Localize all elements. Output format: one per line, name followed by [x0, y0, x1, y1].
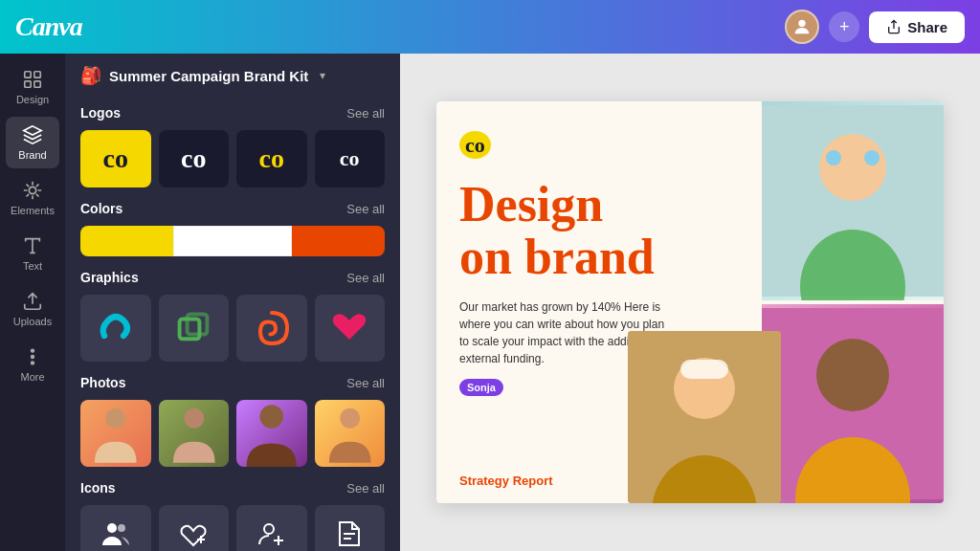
sidebar-item-more[interactable]: More [6, 339, 59, 390]
icons-section-header: Icons See all [80, 480, 385, 496]
color-orange[interactable] [292, 226, 385, 256]
headline-line1: Design [459, 177, 603, 231]
svg-point-0 [799, 20, 806, 27]
color-yellow[interactable] [80, 226, 173, 256]
photo-person-2 [159, 400, 230, 467]
photos-grid [80, 400, 385, 467]
logos-section-header: Logos See all [80, 105, 385, 121]
colors-bar[interactable] [80, 226, 385, 256]
cursor-label: Sonja [459, 379, 503, 396]
brand-panel: 🎒 Summer Campaign Brand Kit ▾ Logos See … [65, 54, 400, 551]
photos-title: Photos [80, 375, 125, 390]
icon-item-person[interactable] [80, 505, 151, 551]
sidebar-item-uploads[interactable]: Uploads [6, 283, 59, 335]
svg-point-25 [819, 134, 886, 201]
sidebar-item-brand[interactable]: Brand [6, 117, 59, 168]
logos-see-all[interactable]: See all [346, 106, 385, 121]
icon-item-people-add[interactable] [236, 505, 307, 551]
svg-point-7 [32, 356, 34, 359]
svg-rect-3 [25, 81, 31, 87]
logo-item-1[interactable]: co [80, 130, 151, 187]
card-logo: co [459, 124, 739, 160]
logos-grid: co co co co [80, 130, 385, 187]
text-icon [22, 235, 43, 256]
sidebar-item-more-label: More [20, 371, 44, 383]
logo-item-3[interactable]: co [236, 130, 307, 187]
avatar[interactable] [785, 10, 819, 44]
icon-item-file[interactable] [315, 505, 386, 551]
logos-title: Logos [80, 105, 121, 121]
graphics-section-header: Graphics See all [80, 270, 385, 285]
sidebar-item-uploads-label: Uploads [13, 316, 52, 327]
panel-header[interactable]: 🎒 Summer Campaign Brand Kit ▾ [80, 65, 385, 90]
photo-bottom-person [762, 304, 944, 503]
colors-section-header: Colors See all [80, 201, 385, 216]
card-photo-bottom [762, 304, 944, 503]
logo-text-4: co [340, 146, 360, 171]
sidebar-item-design-label: Design [16, 94, 49, 105]
layout-icon [22, 69, 43, 90]
photo-item-1[interactable] [80, 400, 151, 467]
svg-point-8 [32, 362, 34, 364]
design-card: co Design on brand Our market has grown … [436, 101, 944, 503]
sidebar-item-design[interactable]: Design [6, 61, 59, 113]
file-icon [334, 518, 365, 549]
sidebar-item-elements[interactable]: Elements [6, 172, 59, 224]
photo-person-4 [315, 400, 386, 467]
icons-see-all[interactable]: See all [346, 481, 385, 496]
photo-item-4[interactable] [315, 400, 386, 467]
photo-person-3 [236, 400, 307, 467]
logo-text-2: co [181, 143, 206, 174]
add-collaborator-button[interactable]: + [829, 11, 859, 42]
colors-title: Colors [80, 201, 122, 216]
svg-rect-1 [25, 72, 31, 77]
spiral-graphic [249, 305, 295, 351]
graphics-title: Graphics [80, 270, 139, 285]
brand-icon [22, 124, 43, 145]
logo-item-2[interactable]: co [159, 130, 230, 187]
topbar: Canva + Share [0, 0, 980, 54]
logo-text-3: co [259, 143, 284, 174]
graphic-item-3[interactable] [236, 295, 307, 362]
svg-point-16 [118, 524, 125, 532]
sidebar-item-brand-label: Brand [18, 149, 46, 161]
graphics-see-all[interactable]: See all [346, 271, 385, 285]
photo-person-1 [80, 400, 151, 467]
cube-graphic [170, 305, 216, 351]
logo-item-4[interactable]: co [315, 130, 386, 187]
svg-point-5 [29, 187, 35, 193]
svg-point-13 [260, 405, 284, 429]
color-white[interactable] [173, 226, 292, 256]
person-group-icon [100, 518, 131, 549]
headline-line2: on brand [459, 230, 655, 284]
logo-text-1: co [103, 143, 128, 174]
svg-point-11 [105, 408, 125, 429]
svg-point-15 [107, 523, 117, 533]
card-headline: Design on brand [459, 179, 739, 283]
svg-point-28 [864, 150, 880, 165]
photos-see-all[interactable]: See all [346, 376, 385, 390]
colors-see-all[interactable]: See all [346, 202, 385, 216]
graphic-item-4[interactable] [315, 295, 386, 362]
graphic-item-2[interactable] [159, 295, 230, 362]
sidebar-item-elements-label: Elements [11, 205, 55, 216]
svg-point-6 [32, 349, 34, 352]
svg-point-27 [826, 150, 841, 165]
svg-point-19 [264, 524, 274, 534]
photos-section-header: Photos See all [80, 375, 385, 390]
icon-item-heart[interactable] [159, 505, 230, 551]
photo-item-2[interactable] [159, 400, 230, 467]
photo-top-person [762, 101, 944, 300]
icons-title: Icons [80, 480, 116, 496]
people-add-icon [256, 518, 287, 549]
svg-point-12 [184, 408, 204, 429]
topbar-right: + Share [785, 10, 965, 44]
kit-icon: 🎒 [80, 65, 101, 86]
canva-logo[interactable]: Canva [15, 11, 82, 42]
logo-symbol: co [459, 131, 491, 159]
sidebar-item-text[interactable]: Text [6, 228, 59, 279]
share-button[interactable]: Share [869, 11, 965, 43]
graphic-item-1[interactable] [80, 295, 151, 362]
canvas-area[interactable]: co Design on brand Our market has grown … [400, 54, 980, 551]
photo-item-3[interactable] [236, 400, 307, 467]
